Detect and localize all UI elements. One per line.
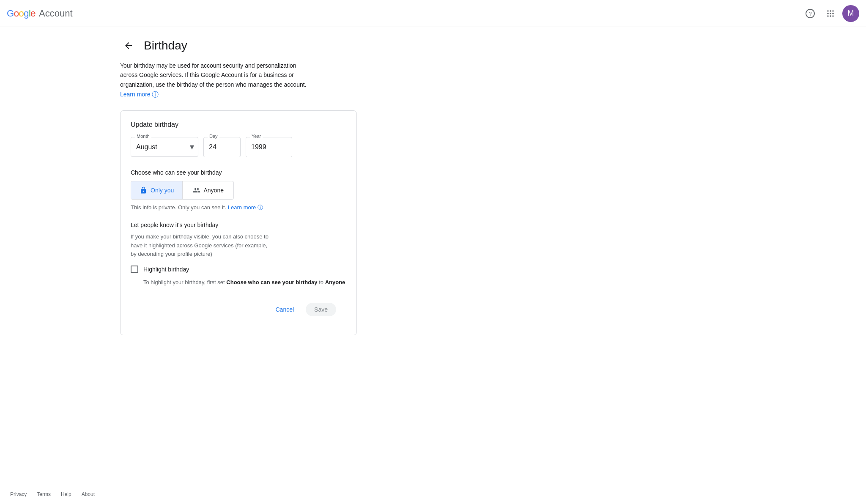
highlight-note-bold1: Choose who can see your birthday: [226, 279, 317, 285]
back-button[interactable]: [120, 37, 137, 54]
birthday-section-title: Let people know it's your birthday: [131, 222, 346, 228]
month-select[interactable]: January February March April May June Ju…: [131, 137, 198, 157]
logo-g2: g: [24, 8, 29, 19]
logo-o2: o: [19, 8, 24, 19]
highlight-note: To highlight your birthday, first set Ch…: [131, 278, 346, 287]
svg-point-9: [830, 15, 831, 17]
highlight-note-prefix: To highlight your birthday, first set: [143, 279, 226, 285]
day-input[interactable]: [203, 137, 241, 157]
logo-account-text: Account: [39, 8, 73, 19]
info-icon: ⓘ: [152, 89, 159, 100]
svg-point-5: [827, 13, 829, 14]
highlight-checkbox[interactable]: [131, 266, 138, 273]
private-learn-more-link[interactable]: Learn more ⓘ: [228, 204, 263, 211]
checkbox-row: Highlight birthday: [131, 266, 346, 273]
learn-more-link[interactable]: Learn more ⓘ: [120, 91, 159, 98]
visibility-label: Choose who can see your birthday: [131, 169, 346, 176]
header-right: ? M: [802, 5, 859, 22]
svg-point-7: [832, 13, 834, 14]
anyone-label: Anyone: [204, 187, 224, 194]
svg-point-10: [832, 15, 834, 17]
private-note: This info is private. Only you can see i…: [131, 204, 346, 211]
svg-point-8: [827, 15, 829, 17]
svg-point-3: [830, 10, 831, 12]
month-label: Month: [135, 134, 151, 139]
day-label: Day: [208, 134, 219, 139]
day-field-group: Day: [203, 137, 241, 157]
save-button[interactable]: Save: [306, 303, 336, 316]
avatar[interactable]: M: [842, 5, 859, 22]
birthday-card: Update birthday Month January February M…: [120, 110, 357, 335]
apps-icon-button[interactable]: [822, 5, 839, 22]
page-title: Birthday: [144, 39, 187, 52]
month-field-group: Month January February March April May J…: [131, 137, 198, 157]
lock-icon: [140, 186, 147, 194]
logo-e: e: [30, 8, 36, 19]
private-note-text: This info is private. Only you can see i…: [131, 204, 226, 211]
main-content: Birthday Your birthday may be used for a…: [0, 27, 507, 335]
birthday-section-desc: If you make your birthday visible, you c…: [131, 233, 274, 259]
year-input[interactable]: [246, 137, 292, 157]
svg-text:?: ?: [808, 11, 811, 17]
logo-g: G: [7, 8, 14, 19]
people-icon: [193, 186, 200, 194]
cancel-button[interactable]: Cancel: [267, 303, 302, 316]
highlight-note-bold2: Anyone: [325, 279, 345, 285]
svg-point-4: [832, 10, 834, 12]
year-label: Year: [250, 134, 263, 139]
header: Google Account ? M: [0, 0, 866, 27]
description-body: Your birthday may be used for account se…: [120, 62, 307, 88]
checkbox-label[interactable]: Highlight birthday: [143, 266, 189, 273]
visibility-toggle-group: Only you Anyone: [131, 181, 234, 200]
form-footer: Cancel Save: [131, 294, 346, 325]
header-left: Google Account: [7, 8, 73, 19]
svg-point-2: [827, 10, 829, 12]
svg-point-6: [830, 13, 831, 14]
card-title: Update birthday: [131, 121, 346, 129]
anyone-button[interactable]: Anyone: [183, 181, 233, 199]
year-field-group: Year: [246, 137, 292, 157]
date-fields: Month January February March April May J…: [131, 137, 346, 157]
highlight-note-mid: to: [318, 279, 325, 285]
description-text: Your birthday may be used for account se…: [10, 61, 315, 110]
private-info-icon: ⓘ: [258, 204, 263, 211]
month-select-wrapper: January February March April May June Ju…: [131, 137, 198, 157]
page-title-area: Birthday: [10, 27, 497, 61]
help-icon-button[interactable]: ?: [802, 5, 819, 22]
google-logo: Google: [7, 8, 36, 19]
only-you-label: Only you: [151, 187, 174, 194]
only-you-button[interactable]: Only you: [131, 181, 182, 199]
logo-o1: o: [14, 8, 19, 19]
